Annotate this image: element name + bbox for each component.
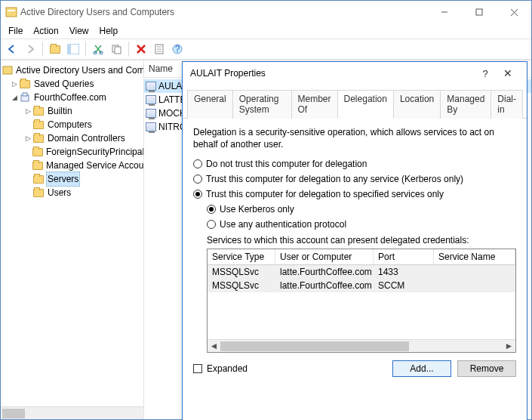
remove-button[interactable]: Remove bbox=[457, 360, 516, 377]
svg-rect-0 bbox=[6, 8, 17, 17]
tree-child[interactable]: ▷Builtin bbox=[1, 104, 143, 118]
properties-dialog: AULAIT Properties ? ✕ General Operating … bbox=[182, 61, 527, 420]
up-folder-icon[interactable] bbox=[47, 41, 63, 57]
grid-row[interactable]: MSSQLSvc latte.FourthCoffee.com 1433 bbox=[208, 265, 515, 279]
radio-icon bbox=[193, 190, 202, 199]
domain-icon bbox=[19, 92, 31, 103]
delete-icon[interactable] bbox=[133, 41, 149, 57]
app-icon bbox=[5, 6, 17, 18]
radio-trust-any[interactable]: Trust this computer for delegation to an… bbox=[193, 171, 516, 187]
expand-icon[interactable]: ▷ bbox=[10, 77, 19, 91]
main-window: Active Directory Users and Computers Fil… bbox=[0, 0, 532, 420]
tree-child[interactable]: ▷Domain Controllers bbox=[1, 131, 143, 145]
tab-managedby[interactable]: Managed By bbox=[440, 90, 491, 119]
svg-text:?: ? bbox=[175, 44, 180, 54]
menu-help[interactable]: Help bbox=[100, 26, 118, 36]
tree-saved-queries[interactable]: ▷ Saved Queries bbox=[1, 77, 143, 91]
window-title: Active Directory Users and Computers bbox=[17, 7, 427, 17]
dialog-body: Delegation is a security-sensitive opera… bbox=[183, 119, 527, 420]
computer-icon bbox=[146, 82, 156, 91]
menu-action[interactable]: Action bbox=[33, 26, 58, 36]
cut-icon[interactable] bbox=[90, 41, 106, 57]
dialog-help-button[interactable]: ? bbox=[474, 68, 497, 79]
tab-dialin[interactable]: Dial-in bbox=[490, 90, 523, 119]
tree-pane: Active Directory Users and Computers ▷ S… bbox=[1, 60, 144, 419]
grid-hscroll[interactable]: ◄ ► bbox=[208, 339, 515, 352]
menubar: File Action View Help bbox=[1, 23, 531, 39]
radio-trust-specified[interactable]: Trust this computer for delegation to sp… bbox=[193, 187, 516, 202]
tab-bar: General Operating System Member Of Deleg… bbox=[183, 85, 527, 119]
expanded-checkbox[interactable] bbox=[193, 364, 202, 373]
svg-rect-11 bbox=[115, 47, 121, 54]
collapse-icon[interactable]: ◢ bbox=[10, 91, 19, 104]
svg-rect-7 bbox=[67, 44, 71, 54]
services-grid: Service Type User or Computer Port Servi… bbox=[207, 249, 516, 353]
menu-view[interactable]: View bbox=[69, 26, 89, 36]
maximize-button[interactable] bbox=[462, 1, 497, 23]
tree-root[interactable]: Active Directory Users and Computers bbox=[1, 63, 143, 77]
minimize-button[interactable] bbox=[427, 1, 462, 23]
tree-child[interactable]: Managed Service Accounts bbox=[1, 159, 143, 172]
tree-child[interactable]: ForeignSecurityPrincipals bbox=[1, 145, 143, 159]
tab-general[interactable]: General bbox=[187, 90, 233, 119]
titlebar: Active Directory Users and Computers bbox=[1, 1, 531, 23]
scroll-thumb[interactable] bbox=[220, 341, 409, 351]
col-user-computer[interactable]: User or Computer bbox=[275, 249, 374, 264]
delegation-description: Delegation is a security-sensitive opera… bbox=[193, 126, 516, 150]
svg-rect-3 bbox=[476, 9, 482, 15]
tab-os[interactable]: Operating System bbox=[232, 90, 292, 119]
svg-rect-1 bbox=[8, 10, 15, 11]
tree-child[interactable]: Users bbox=[1, 186, 143, 199]
tree-hscroll[interactable] bbox=[1, 406, 143, 419]
radio-any-auth[interactable]: Use any authentication protocol bbox=[207, 217, 516, 232]
computer-icon bbox=[146, 122, 156, 131]
toolbar: ? bbox=[1, 39, 531, 60]
dialog-titlebar: AULAIT Properties ? ✕ bbox=[183, 62, 527, 85]
radio-icon bbox=[193, 174, 202, 184]
show-hide-tree-icon[interactable] bbox=[65, 41, 81, 57]
aduc-icon bbox=[2, 65, 13, 76]
tab-delegation[interactable]: Delegation bbox=[337, 90, 394, 119]
svg-rect-18 bbox=[3, 66, 12, 74]
radio-icon bbox=[207, 205, 216, 214]
content-area: Active Directory Users and Computers ▷ S… bbox=[1, 60, 531, 419]
scroll-right-icon[interactable]: ► bbox=[503, 341, 515, 351]
properties-icon[interactable] bbox=[151, 41, 168, 57]
services-label: Services to which this account can prese… bbox=[207, 235, 516, 246]
computer-icon bbox=[146, 109, 156, 118]
computer-icon bbox=[146, 95, 156, 104]
radio-no-trust[interactable]: Do not trust this computer for delegatio… bbox=[193, 156, 516, 171]
radio-icon bbox=[193, 159, 202, 168]
back-button[interactable] bbox=[4, 41, 20, 57]
tree-root-label: Active Directory Users and Computers bbox=[14, 63, 143, 77]
tab-memberof[interactable]: Member Of bbox=[291, 90, 338, 119]
tab-location[interactable]: Location bbox=[393, 90, 441, 119]
col-port[interactable]: Port bbox=[374, 249, 434, 264]
dialog-close-button[interactable]: ✕ bbox=[497, 67, 519, 79]
col-service-name[interactable]: Service Name bbox=[434, 249, 515, 264]
scroll-left-icon[interactable]: ◄ bbox=[208, 341, 220, 351]
grid-row[interactable]: MSSQLSvc latte.FourthCoffee.com SCCM bbox=[208, 279, 515, 292]
tree-domain[interactable]: ◢ FourthCoffee.com bbox=[1, 91, 143, 104]
folder-icon bbox=[19, 79, 31, 89]
dialog-title: AULAIT Properties bbox=[190, 68, 474, 79]
radio-kerberos-only[interactable]: Use Kerberos only bbox=[207, 202, 516, 217]
add-button[interactable]: Add... bbox=[392, 360, 451, 377]
forward-button[interactable] bbox=[22, 41, 38, 57]
grid-header: Service Type User or Computer Port Servi… bbox=[208, 249, 515, 265]
copy-icon[interactable] bbox=[108, 41, 125, 57]
menu-file[interactable]: File bbox=[8, 26, 23, 36]
col-service-type[interactable]: Service Type bbox=[208, 249, 275, 264]
svg-rect-20 bbox=[23, 93, 27, 96]
help-icon[interactable]: ? bbox=[169, 41, 186, 57]
expanded-label: Expanded bbox=[207, 363, 248, 374]
tree-child[interactable]: Computers bbox=[1, 118, 143, 131]
tree-servers[interactable]: Servers bbox=[1, 172, 143, 186]
radio-icon bbox=[207, 220, 216, 229]
close-button[interactable] bbox=[497, 1, 531, 23]
grid-body[interactable]: MSSQLSvc latte.FourthCoffee.com 1433 MSS… bbox=[208, 265, 515, 339]
